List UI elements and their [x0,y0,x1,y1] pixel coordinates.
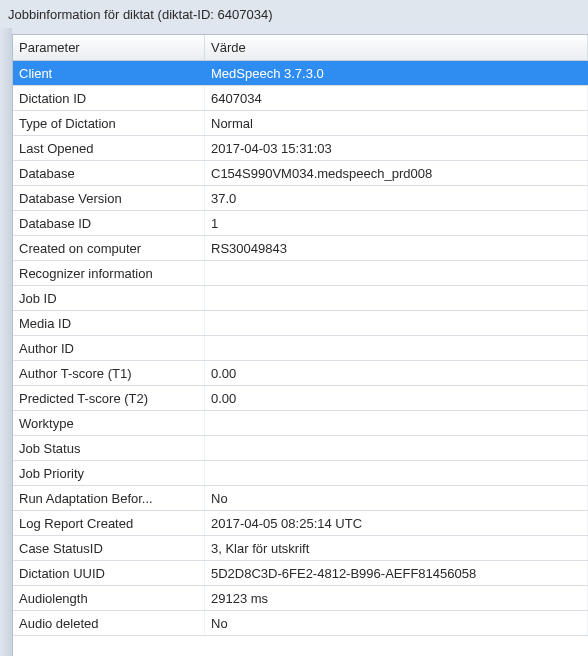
cell-value: 1 [205,211,588,235]
cell-parameter: Author T-score (T1) [13,361,205,385]
table-row[interactable]: Author ID [13,336,588,361]
table-row[interactable]: Author T-score (T1)0.00 [13,361,588,386]
cell-value: 3, Klar för utskrift [205,536,588,560]
table-row[interactable]: Worktype [13,411,588,436]
cell-parameter: Case StatusID [13,536,205,560]
cell-parameter: Job Status [13,436,205,460]
cell-parameter: Database ID [13,211,205,235]
table-row[interactable]: Run Adaptation Befor...No [13,486,588,511]
table-row[interactable]: Created on computerRS30049843 [13,236,588,261]
cell-value: RS30049843 [205,236,588,260]
column-header-parameter-label: Parameter [19,40,80,55]
table-row[interactable]: Audiolength29123 ms [13,586,588,611]
cell-value: No [205,611,588,635]
table-row[interactable]: Last Opened2017-04-03 15:31:03 [13,136,588,161]
window-frame: Jobbinformation för diktat (diktat-ID: 6… [0,0,588,656]
cell-parameter: Database Version [13,186,205,210]
table-row[interactable]: Case StatusID3, Klar för utskrift [13,536,588,561]
cell-value: Normal [205,111,588,135]
cell-parameter: Job Priority [13,461,205,485]
table-row[interactable]: Job Priority [13,461,588,486]
table-row[interactable]: Predicted T-score (T2)0.00 [13,386,588,411]
cell-value: 0.00 [205,361,588,385]
table-row[interactable]: Audio deletedNo [13,611,588,636]
cell-value [205,286,588,310]
cell-value: 6407034 [205,86,588,110]
table-row[interactable]: Media ID [13,311,588,336]
cell-parameter: Audiolength [13,586,205,610]
cell-value: No [205,486,588,510]
cell-parameter: Recognizer information [13,261,205,285]
cell-parameter: Worktype [13,411,205,435]
cell-value [205,261,588,285]
cell-parameter: Run Adaptation Befor... [13,486,205,510]
table-row[interactable]: Database ID1 [13,211,588,236]
grid-body[interactable]: ClientMedSpeech 3.7.3.0Dictation ID64070… [13,61,588,656]
table-row[interactable]: Type of DictationNormal [13,111,588,136]
table-row[interactable]: ClientMedSpeech 3.7.3.0 [13,61,588,86]
column-header-value[interactable]: Värde [205,35,588,60]
cell-parameter: Log Report Created [13,511,205,535]
table-row[interactable]: Job ID [13,286,588,311]
table-row[interactable]: Dictation ID6407034 [13,86,588,111]
cell-parameter: Created on computer [13,236,205,260]
cell-value [205,436,588,460]
title-bar[interactable]: Jobbinformation för diktat (diktat-ID: 6… [0,0,588,28]
cell-value: 29123 ms [205,586,588,610]
grid-header[interactable]: Parameter Värde [13,35,588,61]
column-header-parameter[interactable]: Parameter [13,35,205,60]
cell-parameter: Client [13,61,205,85]
cell-parameter: Dictation ID [13,86,205,110]
cell-parameter: Dictation UUID [13,561,205,585]
cell-value [205,411,588,435]
window-title: Jobbinformation för diktat (diktat-ID: 6… [8,7,272,22]
cell-value [205,311,588,335]
cell-value: 2017-04-05 08:25:14 UTC [205,511,588,535]
property-grid-panel: Parameter Värde ClientMedSpeech 3.7.3.0D… [12,34,588,656]
cell-value: 2017-04-03 15:31:03 [205,136,588,160]
cell-parameter: Last Opened [13,136,205,160]
cell-value: MedSpeech 3.7.3.0 [205,61,588,85]
cell-parameter: Author ID [13,336,205,360]
cell-parameter: Type of Dictation [13,111,205,135]
cell-value: 0.00 [205,386,588,410]
cell-value [205,336,588,360]
cell-parameter: Predicted T-score (T2) [13,386,205,410]
cell-value [205,461,588,485]
table-row[interactable]: Database Version37.0 [13,186,588,211]
table-row[interactable]: Log Report Created2017-04-05 08:25:14 UT… [13,511,588,536]
cell-value: 5D2D8C3D-6FE2-4812-B996-AEFF81456058 [205,561,588,585]
cell-parameter: Database [13,161,205,185]
table-row[interactable]: Recognizer information [13,261,588,286]
cell-parameter: Job ID [13,286,205,310]
table-row[interactable]: DatabaseC154S990VM034.medspeech_prd008 [13,161,588,186]
cell-parameter: Audio deleted [13,611,205,635]
table-row[interactable]: Job Status [13,436,588,461]
cell-value: 37.0 [205,186,588,210]
table-row[interactable]: Dictation UUID5D2D8C3D-6FE2-4812-B996-AE… [13,561,588,586]
cell-parameter: Media ID [13,311,205,335]
cell-value: C154S990VM034.medspeech_prd008 [205,161,588,185]
window-left-gutter [0,28,12,656]
column-header-value-label: Värde [211,40,246,55]
